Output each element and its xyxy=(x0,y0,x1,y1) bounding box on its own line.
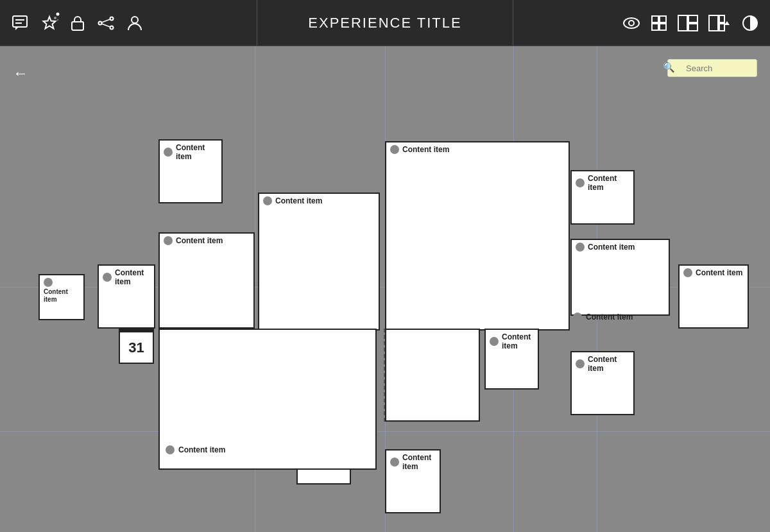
comment-icon[interactable] xyxy=(8,11,32,35)
search-icon: 🔍 xyxy=(663,62,675,73)
svg-point-6 xyxy=(54,17,56,19)
svg-point-16 xyxy=(629,21,634,26)
svg-point-9 xyxy=(99,21,102,24)
content-dot xyxy=(164,148,173,157)
content-label: Content item xyxy=(402,145,449,154)
svg-marker-27 xyxy=(724,21,730,25)
user-icon[interactable] xyxy=(123,11,146,35)
grid-icon[interactable] xyxy=(647,11,671,35)
svg-rect-21 xyxy=(678,15,687,31)
content-card-3[interactable]: Content item xyxy=(158,232,255,329)
svg-rect-8 xyxy=(72,22,83,30)
content-label: Content item xyxy=(588,355,629,373)
layout-icon[interactable] xyxy=(674,11,702,35)
svg-line-13 xyxy=(102,24,110,27)
svg-rect-25 xyxy=(719,15,724,22)
content-label: Content item xyxy=(502,332,534,351)
content-card-16[interactable]: Content item xyxy=(570,351,635,415)
content-label: Content item xyxy=(588,174,629,193)
svg-point-11 xyxy=(110,26,114,29)
content-label: Content item xyxy=(402,453,436,472)
toolbar-right xyxy=(513,11,770,35)
svg-rect-0 xyxy=(13,16,27,27)
content-dot xyxy=(576,359,585,368)
share-icon[interactable] xyxy=(94,12,118,34)
content-dot xyxy=(263,196,272,205)
content-label: Content item xyxy=(696,268,742,277)
svg-rect-20 xyxy=(660,24,666,30)
svg-rect-18 xyxy=(660,16,666,22)
content-dot xyxy=(390,458,399,467)
content-card-bottom-right[interactable] xyxy=(385,329,480,422)
circle-half-icon[interactable] xyxy=(738,11,762,35)
lock-icon[interactable] xyxy=(67,11,89,35)
content-label: Content item xyxy=(176,236,223,245)
content-label: Content item xyxy=(176,143,218,162)
svg-rect-19 xyxy=(652,24,658,30)
content-card-11[interactable]: Content item xyxy=(484,329,539,390)
content-card-2[interactable]: Content item xyxy=(258,193,380,330)
svg-rect-17 xyxy=(652,16,658,22)
content-dot xyxy=(576,243,585,252)
content-card-1[interactable]: Content item xyxy=(158,139,223,203)
svg-point-14 xyxy=(132,17,138,23)
search-input[interactable] xyxy=(667,59,757,77)
content-card-4[interactable]: Content item xyxy=(98,264,155,329)
content-card-10[interactable]: Content item xyxy=(678,264,749,329)
svg-point-15 xyxy=(624,18,639,28)
svg-rect-22 xyxy=(689,15,697,22)
content-label: Content item xyxy=(588,243,635,252)
svg-rect-26 xyxy=(719,24,724,31)
calendar-icon[interactable]: 31 xyxy=(119,329,154,364)
svg-point-7 xyxy=(57,19,59,21)
content-card-7[interactable]: Content item xyxy=(570,170,635,225)
content-label: Content item xyxy=(178,445,225,454)
svg-marker-1 xyxy=(15,27,19,30)
back-button[interactable]: ← xyxy=(13,64,28,82)
content-dot xyxy=(166,445,175,454)
calendar-number: 31 xyxy=(120,332,153,363)
toolbar-left xyxy=(0,11,257,35)
content-item-9[interactable]: Content item xyxy=(573,313,633,322)
svg-point-5 xyxy=(56,12,60,15)
star-icon-wrap xyxy=(37,11,62,35)
layout-dropdown-icon[interactable] xyxy=(705,11,735,35)
content-dot xyxy=(103,273,112,282)
content-dot xyxy=(390,145,399,154)
content-card-15[interactable]: Content item xyxy=(385,449,441,513)
svg-line-12 xyxy=(102,19,110,22)
toolbar: EXPERIENCE TITLE xyxy=(0,0,770,46)
content-dot xyxy=(164,236,173,245)
content-dot xyxy=(490,337,499,346)
svg-point-10 xyxy=(110,17,114,20)
content-card-8[interactable]: Content item xyxy=(570,239,670,316)
content-item-14[interactable]: Content item xyxy=(166,445,225,454)
content-dot xyxy=(573,313,582,322)
content-label: Content item xyxy=(586,313,633,322)
canvas: ← 🔍 Content item Content item Content it… xyxy=(0,46,770,532)
grid-line-h2 xyxy=(0,431,770,432)
content-label: Content item xyxy=(44,288,80,304)
content-card-5[interactable]: Content item xyxy=(38,274,85,320)
svg-rect-24 xyxy=(709,15,718,31)
content-dot xyxy=(576,178,585,187)
toolbar-title-area: EXPERIENCE TITLE xyxy=(257,0,513,46)
content-dot xyxy=(44,278,53,287)
svg-rect-23 xyxy=(689,24,697,31)
content-dot xyxy=(683,268,692,277)
content-label: Content item xyxy=(115,268,150,287)
content-card-6[interactable]: Content item xyxy=(385,141,570,330)
experience-title: EXPERIENCE TITLE xyxy=(308,15,461,31)
notification-dots xyxy=(53,12,60,24)
content-label: Content item xyxy=(275,196,322,205)
eye-icon[interactable] xyxy=(619,13,644,33)
